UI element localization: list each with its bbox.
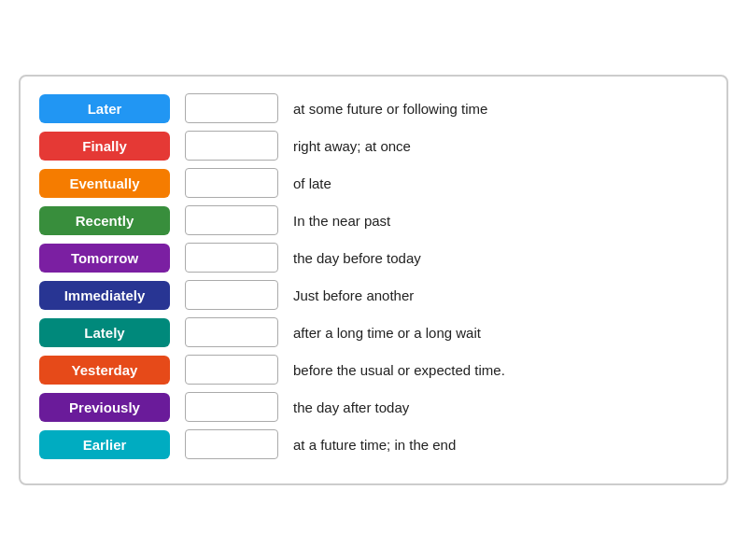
match-row: Previouslythe day after today	[39, 392, 708, 422]
match-row: RecentlyIn the near past	[39, 205, 708, 235]
answer-input-eventually[interactable]	[185, 168, 278, 198]
definition-immediately: Just before another	[293, 287, 708, 303]
word-button-earlier[interactable]: Earlier	[39, 430, 170, 459]
answer-input-tomorrow[interactable]	[185, 243, 278, 273]
answer-input-earlier[interactable]	[185, 429, 278, 459]
match-row: Eventuallyof late	[39, 168, 708, 198]
word-button-recently[interactable]: Recently	[39, 206, 170, 235]
answer-input-recently[interactable]	[185, 205, 278, 235]
word-button-lately[interactable]: Lately	[39, 318, 170, 347]
match-row: Earlierat a future time; in the end	[39, 429, 708, 459]
answer-input-later[interactable]	[185, 93, 278, 123]
definition-recently: In the near past	[293, 213, 708, 229]
definition-tomorrow: the day before today	[293, 250, 708, 266]
definition-later: at some future or following time	[293, 101, 708, 117]
answer-input-previously[interactable]	[185, 392, 278, 422]
answer-input-yesterday[interactable]	[185, 355, 278, 385]
word-button-tomorrow[interactable]: Tomorrow	[39, 244, 170, 273]
match-row: Tomorrowthe day before today	[39, 243, 708, 273]
word-button-finally[interactable]: Finally	[39, 132, 170, 161]
definition-finally: right away; at once	[293, 138, 708, 154]
match-row: Finallyright away; at once	[39, 131, 708, 161]
match-row: Yesterdaybefore the usual or expected ti…	[39, 355, 708, 385]
answer-input-finally[interactable]	[185, 131, 278, 161]
answer-input-immediately[interactable]	[185, 280, 278, 310]
word-button-yesterday[interactable]: Yesterday	[39, 356, 170, 385]
definition-earlier: at a future time; in the end	[293, 437, 708, 453]
match-row: Laterat some future or following time	[39, 93, 708, 123]
definition-lately: after a long time or a long wait	[293, 325, 708, 341]
match-row: ImmediatelyJust before another	[39, 280, 708, 310]
word-button-previously[interactable]: Previously	[39, 393, 170, 422]
word-button-later[interactable]: Later	[39, 94, 170, 123]
definition-eventually: of late	[293, 175, 708, 191]
word-button-eventually[interactable]: Eventually	[39, 169, 170, 198]
match-row: Latelyafter a long time or a long wait	[39, 317, 708, 347]
definition-previously: the day after today	[293, 399, 708, 415]
word-button-immediately[interactable]: Immediately	[39, 281, 170, 310]
answer-input-lately[interactable]	[185, 317, 278, 347]
main-container: Laterat some future or following timeFin…	[19, 75, 728, 485]
definition-yesterday: before the usual or expected time.	[293, 362, 708, 378]
